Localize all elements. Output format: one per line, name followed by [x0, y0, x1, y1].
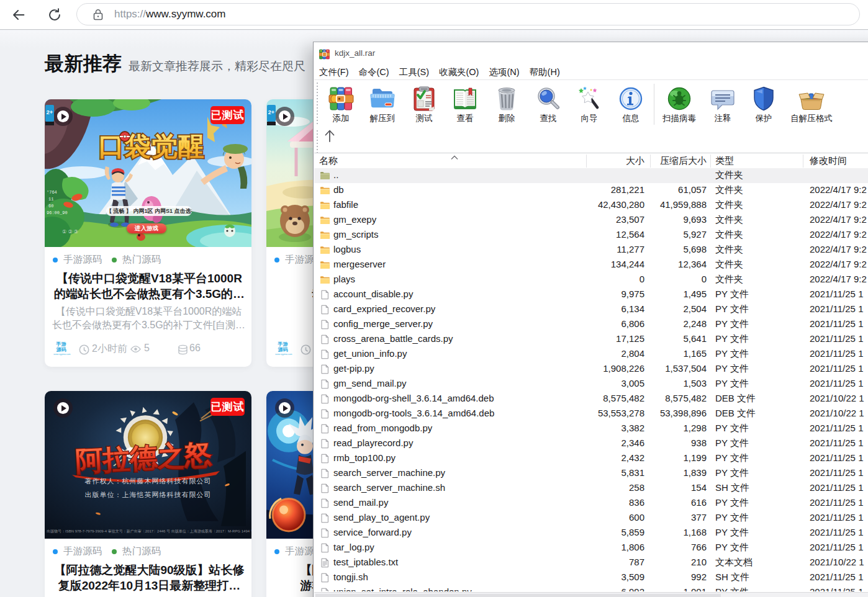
file-packed: 1,165 [587, 348, 707, 359]
file-row-rmb_top100.py[interactable]: rmb_top100.py2,4321,199PY 文件2021/11/25 1 [314, 451, 868, 466]
toolbar-button-find[interactable]: 查找 [528, 84, 569, 126]
file-row-config_merge_server.py[interactable]: config_merge_server.py6,8062,248PY 文件202… [314, 317, 868, 332]
file-row-..[interactable]: ..文件夹 [314, 168, 868, 183]
file-row-mongodb-org-tools_3.6.14_amd64.deb[interactable]: mongodb-org-tools_3.6.14_amd64.deb53,553… [314, 406, 868, 421]
file-name: read_from_mongodb.py [333, 423, 432, 433]
tag-label[interactable]: 热门源码 [122, 253, 161, 266]
wizard-icon [576, 86, 602, 112]
menu-item-1[interactable]: 命令(C) [354, 65, 394, 79]
file-name: card_expried_recover.py [333, 303, 435, 314]
file-row-tongji.sh[interactable]: tongji.sh3,509992SH 文件2021/11/25 1 [314, 570, 868, 585]
file-row-logbus[interactable]: logbus11,2775,698文件夹2022/4/17 9:2 [314, 243, 868, 258]
file-row-mergeserver[interactable]: mergeserver134,24412,364文件夹2022/4/17 9:2 [314, 258, 868, 272]
file-packed: 1,199 [587, 452, 707, 463]
file-row-search_server_machine.py[interactable]: search_server_machine.py5,8311,839PY 文件2… [314, 466, 868, 481]
back-arrow-icon[interactable] [11, 7, 27, 23]
address-bar[interactable]: https://www.syymw.com [76, 3, 860, 25]
toolbar-button-comment[interactable]: 注释 [702, 84, 743, 126]
toolbar-button-wizard[interactable]: 向导 [569, 84, 610, 126]
toolbar-button-sfx[interactable]: 自解压格式 [782, 84, 841, 126]
file-row-fabfile[interactable]: fabfile42,430,28041,959,888文件夹2022/4/17 … [314, 198, 868, 213]
toolbar-button-protect[interactable]: 保护 [743, 84, 784, 126]
column-divider[interactable] [650, 155, 651, 168]
file-row-union_set_intra_role_abandon.py[interactable]: union_set_intra_role_abandon.py6,9921,00… [314, 585, 868, 591]
card-cover-image[interactable]: 阿拉德之怒 阿拉德之怒 著作权人：杭州藤木网络科技有限公司出版单位：上海恺英网络… [45, 391, 251, 539]
file-row-read_playrecord.py[interactable]: read_playrecord.py2,346938PY 文件2021/11/2… [314, 436, 868, 451]
file-icon [320, 409, 330, 419]
column-header-name[interactable]: 名称 [319, 155, 338, 167]
column-divider[interactable] [710, 155, 711, 168]
menu-item-4[interactable]: 选项(N) [484, 65, 524, 79]
article-card-1[interactable]: 口袋觉醒 口袋觉醒 '764116096:00_90 ① ② ③ 【 流畅 】 … [45, 99, 251, 367]
column-header-type[interactable]: 类型 [715, 155, 734, 167]
file-type: PY 文件 [715, 527, 749, 539]
column-header-modified[interactable]: 修改时间 [810, 155, 847, 167]
menu-item-5[interactable]: 帮助(H) [525, 65, 565, 79]
scrollbar-thumb[interactable] [315, 594, 721, 597]
file-row-service_forward.py[interactable]: service_forward.py5,8591,168PY 文件2021/11… [314, 526, 868, 541]
file-row-gm_scripts[interactable]: gm_scripts12,5645,927文件夹2022/4/17 9:2 [314, 228, 868, 243]
file-row-read_from_mongodb.py[interactable]: read_from_mongodb.py3,3821,298PY 文件2021/… [314, 421, 868, 436]
winrar-titlebar[interactable]: kdjx_all.rar [314, 43, 868, 65]
file-type: 文件夹 [715, 169, 743, 181]
file-row-account_disable.py[interactable]: account_disable.py9,9751,495PY 文件2021/11… [314, 287, 868, 302]
file-row-mongodb-org-shell_3.6.14_amd64.deb[interactable]: mongodb-org-shell_3.6.14_amd64.deb8,575,… [314, 392, 868, 406]
card-title-line: 【阿拉德之觉醒大陆90级版】站长修 [53, 563, 246, 578]
file-name: account_disable.py [333, 289, 413, 299]
tag-label[interactable]: 手游源码 [63, 545, 102, 558]
refresh-icon[interactable] [47, 7, 63, 23]
column-divider[interactable] [586, 155, 587, 168]
file-name: gm_send_mail.py [333, 378, 407, 388]
card-cover-image[interactable]: 口袋觉醒 口袋觉醒 '764116096:00_90 ① ② ③ 【 流畅 】 … [45, 99, 251, 247]
toolbar-button-extract-to[interactable]: 解压到 [362, 84, 403, 126]
file-row-search_server_machine.sh[interactable]: search_server_machine.sh258154SH 文件2021/… [314, 481, 868, 496]
card-tags: 手游源码热门源码 [53, 546, 161, 557]
file-name: .. [333, 169, 338, 180]
file-row-plays[interactable]: plays00文件夹2022/4/17 9:2 [314, 272, 868, 287]
file-row-get-pip.py[interactable]: get-pip.py1,908,2261,537,504PY 文件2021/11… [314, 362, 868, 377]
enter-game-button[interactable]: 进入游戏 [127, 223, 166, 233]
card-title[interactable]: 【传说中口袋觉醒V18某平台1000R的端站长也不会做热更有个3.5G的… [53, 271, 246, 302]
file-row-db[interactable]: db281,22161,057文件夹2022/4/17 9:2 [314, 183, 868, 198]
file-row-tar_log.py[interactable]: tar_log.py1,806766PY 文件2021/11/25 1 [314, 541, 868, 555]
card-title[interactable]: 【阿拉德之觉醒大陆90级版】站长修复版2022年10月13日最新整理打… [53, 563, 246, 593]
file-date: 2022/4/17 9:2 [810, 259, 867, 269]
play-video-icon[interactable] [53, 107, 73, 126]
file-icon [320, 469, 330, 478]
file-row-send_play_to_agent.py[interactable]: send_play_to_agent.py600377PY 文件2021/11/… [314, 511, 868, 526]
file-date: 2021/11/25 1 [810, 438, 863, 448]
file-row-get_union_info.py[interactable]: get_union_info.py2,8041,165PY 文件2021/11/… [314, 347, 868, 362]
file-packed: 616 [587, 497, 707, 508]
file-type: PY 文件 [715, 512, 749, 524]
file-row-gm_exepy[interactable]: gm_exepy23,5079,693文件夹2022/4/17 9:2 [314, 213, 868, 228]
menu-item-3[interactable]: 收藏夹(O) [434, 65, 484, 79]
file-row-gm_send_mail.py[interactable]: gm_send_mail.py3,0051,503PY 文件2021/11/25… [314, 377, 868, 392]
toolbar-button-view-file[interactable]: 查看 [445, 84, 486, 126]
file-type: 文件夹 [715, 274, 743, 285]
play-video-icon[interactable] [275, 107, 294, 126]
toolbar-grip[interactable] [317, 83, 318, 126]
up-one-level-icon[interactable] [323, 129, 336, 143]
horizontal-scrollbar[interactable] [314, 592, 868, 597]
age-rating-badge: 2+ [45, 105, 54, 122]
menu-item-0[interactable]: 文件(F) [314, 65, 354, 79]
play-video-icon[interactable] [53, 398, 73, 418]
file-name: gm_exepy [333, 214, 376, 225]
toolbar-button-info[interactable]: 信息 [610, 84, 651, 126]
article-card-3[interactable]: 阿拉德之怒 阿拉德之怒 著作权人：杭州藤木网络科技有限公司出版单位：上海恺英网络… [45, 391, 251, 597]
column-divider[interactable] [803, 155, 803, 168]
file-packed: 992 [587, 572, 707, 582]
toolbar-button-test-archive[interactable]: 测试 [404, 84, 445, 126]
toolbar-button-delete[interactable]: 删除 [486, 84, 527, 126]
file-row-card_expried_recover.py[interactable]: card_expried_recover.py6,1342,504PY 文件20… [314, 302, 868, 317]
toolbar-button-add-archive[interactable]: 添加 [320, 84, 361, 126]
file-row-cross_arena_battle_cards.py[interactable]: cross_arena_battle_cards.py17,1255,641PY… [314, 332, 868, 347]
toolbar-button-virus-scan[interactable]: 扫描病毒 [649, 84, 709, 126]
tag-label[interactable]: 手游源码 [63, 253, 102, 266]
file-row-test_iptables.txt[interactable]: test_iptables.txt787210文本文档2021/10/22 1 [314, 555, 868, 570]
file-row-send_mail.py[interactable]: send_mail.py836616PY 文件2021/11/25 1 [314, 496, 868, 511]
play-video-icon[interactable] [275, 398, 294, 418]
tag-label[interactable]: 热门源码 [122, 545, 161, 558]
column-header-packed[interactable]: 压缩后大小 [587, 155, 707, 167]
menu-item-2[interactable]: 工具(S) [394, 65, 434, 79]
